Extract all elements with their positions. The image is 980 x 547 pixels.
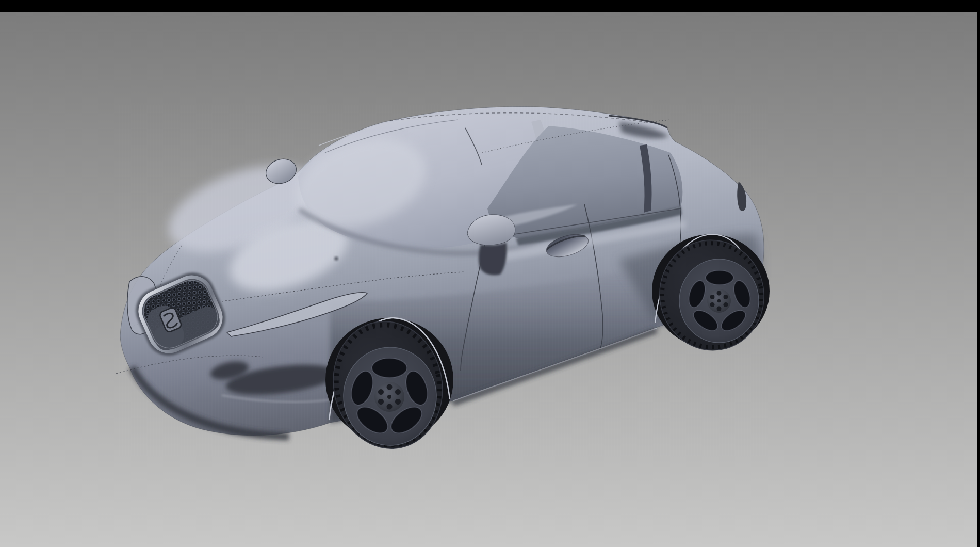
render-viewport[interactable] (0, 12, 977, 547)
car-render-canvas[interactable] (0, 12, 980, 547)
car-model[interactable] (116, 105, 773, 459)
app-window (0, 0, 980, 547)
hood-dot (335, 257, 338, 261)
letterbox-top-bar (0, 0, 980, 12)
mirror-base (479, 243, 507, 275)
letterbox-right-bar (977, 0, 980, 547)
